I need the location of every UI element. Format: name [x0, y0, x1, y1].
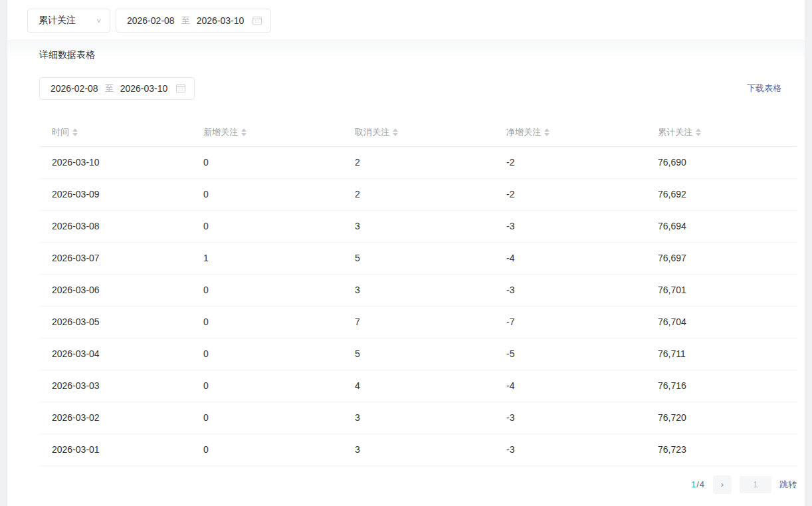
- table-cell: -4: [494, 370, 645, 402]
- table-cell: -3: [494, 434, 645, 465]
- chevron-right-icon: ›: [721, 479, 724, 489]
- column-header[interactable]: 净增关注: [494, 118, 645, 146]
- table-cell: 0: [191, 402, 342, 434]
- table-row: 2026-03-0203-376,720: [39, 402, 797, 434]
- table-cell: 2026-03-01: [39, 434, 191, 465]
- column-header[interactable]: 新增关注: [191, 118, 342, 146]
- table-cell: -2: [494, 146, 645, 178]
- table-cell: -2: [494, 178, 645, 210]
- table-cell: 76,697: [645, 242, 797, 274]
- table-cell: -7: [494, 306, 645, 338]
- table-row: 2026-03-0603-376,701: [39, 274, 797, 306]
- table-row: 2026-03-0103-376,723: [39, 434, 797, 465]
- table-cell: 0: [191, 210, 342, 242]
- table-cell: 0: [191, 178, 342, 210]
- table-row: 2026-03-0405-576,711: [39, 338, 797, 370]
- column-header[interactable]: 累计关注: [645, 118, 797, 146]
- table-cell: 2026-03-02: [39, 402, 191, 434]
- data-table-wrap: 时间新增关注取消关注净增关注累计关注 2026-03-1002-276,6902…: [39, 118, 781, 466]
- table-row: 2026-03-0715-476,697: [39, 242, 797, 274]
- sort-icon[interactable]: [72, 128, 78, 136]
- column-header-label: 时间: [52, 127, 69, 137]
- table-cell: 2026-03-03: [39, 370, 191, 402]
- column-header[interactable]: 取消关注: [342, 118, 494, 146]
- table-row: 2026-03-0902-276,692: [39, 178, 797, 210]
- table-cell: 2026-03-08: [39, 210, 191, 242]
- section-title: 详细数据表格: [39, 48, 781, 61]
- column-header-label: 净增关注: [506, 127, 541, 137]
- table-cell: 76,716: [645, 370, 797, 402]
- date-range-separator: 至: [181, 15, 190, 27]
- column-header-label: 累计关注: [658, 127, 692, 137]
- table-cell: 2: [342, 178, 494, 210]
- column-header[interactable]: 时间: [39, 118, 191, 146]
- table-cell: 76,723: [645, 434, 797, 465]
- table-cell: 76,711: [645, 338, 797, 370]
- table-cell: 3: [342, 402, 494, 434]
- table-cell: 2: [342, 146, 494, 178]
- table-cell: 0: [191, 338, 342, 370]
- page-indicator: 1/4: [691, 479, 705, 489]
- table-cell: 0: [191, 146, 342, 178]
- page-jump-button[interactable]: 跳转: [779, 479, 797, 491]
- table-cell: 2026-03-06: [39, 274, 191, 306]
- table-cell: 2026-03-09: [39, 178, 191, 210]
- date-range-start: 2026-02-08: [127, 15, 175, 26]
- table-cell: 2026-03-10: [39, 146, 191, 178]
- detail-table-section: 详细数据表格 2026-02-08 至 2026-03-10 下载表格: [7, 48, 805, 494]
- column-header-label: 取消关注: [355, 127, 389, 137]
- table-cell: -3: [494, 210, 645, 242]
- table-cell: -3: [494, 402, 645, 434]
- table-row: 2026-03-1002-276,690: [39, 146, 797, 178]
- table-cell: 0: [191, 306, 342, 338]
- calendar-icon: [175, 83, 186, 94]
- table-cell: 76,692: [645, 178, 797, 210]
- sort-icon[interactable]: [544, 128, 550, 136]
- table-cell: 3: [342, 274, 494, 306]
- data-table: 时间新增关注取消关注净增关注累计关注 2026-03-1002-276,6902…: [39, 118, 797, 466]
- table-cell: -5: [494, 338, 645, 370]
- section-controls: 2026-02-08 至 2026-03-10 下载表格: [39, 77, 781, 100]
- page-jump-input[interactable]: [740, 476, 771, 493]
- table-cell: 5: [342, 338, 494, 370]
- table-cell: 76,704: [645, 306, 797, 338]
- table-cell: 2026-03-05: [39, 306, 191, 338]
- metric-select[interactable]: 累计关注 ∨: [27, 9, 110, 33]
- table-row: 2026-03-0803-376,694: [39, 210, 797, 242]
- date-range-separator: 至: [105, 82, 114, 94]
- column-header-label: 新增关注: [203, 127, 238, 137]
- table-row: 2026-03-0304-476,716: [39, 370, 797, 402]
- date-range-start: 2026-02-08: [51, 83, 98, 94]
- toolbar-date-range-picker[interactable]: 2026-02-08 至 2026-03-10: [116, 9, 271, 33]
- table-cell: 0: [191, 370, 342, 402]
- table-cell: 0: [191, 274, 342, 306]
- table-date-range-picker[interactable]: 2026-02-08 至 2026-03-10: [39, 77, 195, 100]
- table-cell: 4: [342, 370, 494, 402]
- next-page-button[interactable]: ›: [713, 475, 732, 494]
- table-cell: 76,694: [645, 210, 797, 242]
- table-cell: 76,690: [645, 146, 797, 178]
- chevron-down-icon: ∨: [96, 17, 102, 24]
- date-range-end: 2026-03-10: [197, 15, 245, 26]
- table-cell: 76,720: [645, 402, 797, 434]
- table-cell: 2026-03-04: [39, 338, 191, 370]
- table-cell: 3: [342, 210, 494, 242]
- table-cell: 0: [191, 434, 342, 465]
- table-cell: 5: [342, 242, 494, 274]
- sort-icon[interactable]: [696, 128, 701, 136]
- table-cell: 7: [342, 306, 494, 338]
- sort-icon[interactable]: [241, 128, 247, 136]
- table-cell: 2026-03-07: [39, 242, 191, 274]
- table-row: 2026-03-0507-776,704: [39, 306, 797, 338]
- table-cell: 3: [342, 434, 494, 465]
- download-table-link[interactable]: 下载表格: [747, 82, 781, 94]
- current-page: 1: [691, 479, 696, 489]
- total-pages: 4: [700, 479, 705, 489]
- sort-icon[interactable]: [393, 128, 398, 136]
- date-range-end: 2026-03-10: [120, 83, 168, 94]
- table-cell: 1: [191, 242, 342, 274]
- table-cell: 76,701: [645, 274, 797, 306]
- top-toolbar: 累计关注 ∨ 2026-02-08 至 2026-03-10: [7, 0, 805, 41]
- table-header-row: 时间新增关注取消关注净增关注累计关注: [39, 118, 797, 146]
- calendar-icon: [252, 15, 262, 26]
